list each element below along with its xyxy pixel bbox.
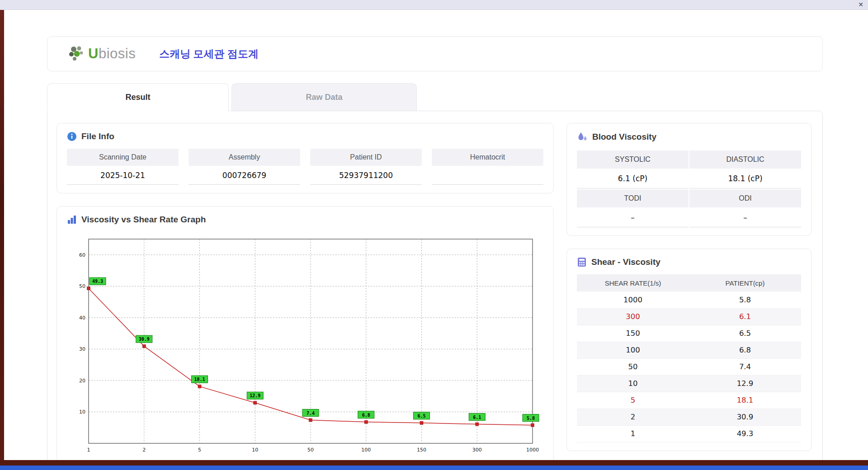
- chart-area: 1020304050601251050100150300100049.330.9…: [70, 232, 543, 462]
- field-assembly: Assembly 000726679: [189, 149, 300, 185]
- bv-label-systolic: SYSTOLIC: [577, 150, 689, 169]
- bv-label-todi: TODI: [577, 189, 689, 207]
- field-hematocrit: Hematocrit: [432, 149, 543, 185]
- table-row: 1012.9: [577, 375, 801, 392]
- calculator-icon: [577, 257, 587, 267]
- table-row: 230.9: [577, 409, 801, 425]
- field-value: 52937911200: [310, 166, 422, 185]
- tab-bar: Result Raw Data: [47, 83, 823, 111]
- table-row: 10005.8: [577, 291, 801, 308]
- field-value: [432, 166, 543, 185]
- file-info-fields: Scanning Date 2025-10-21 Assembly 000726…: [67, 149, 543, 185]
- svg-text:1000: 1000: [526, 447, 539, 453]
- field-label: Patient ID: [310, 149, 422, 166]
- viscosity-graph-card: Viscosity vs Shear Rate Graph 1020304050…: [57, 206, 554, 470]
- info-icon: [67, 132, 77, 141]
- svg-text:6.1: 6.1: [473, 415, 481, 420]
- field-label: Hematocrit: [432, 149, 543, 166]
- svg-text:18.1: 18.1: [194, 377, 205, 382]
- right-column: Blood Viscosity SYSTOLIC DIASTOLIC 6.1 (…: [566, 123, 811, 470]
- bv-value-systolic: 6.1 (cP): [577, 169, 689, 188]
- left-column: File Info Scanning Date 2025-10-21 Assem…: [57, 123, 554, 470]
- cell-patient: 18.1: [689, 392, 801, 409]
- table-row: 1506.5: [577, 325, 801, 342]
- svg-text:100: 100: [361, 447, 371, 453]
- bv-label-diastolic: DIASTOLIC: [689, 150, 801, 169]
- table-row: 1006.8: [577, 342, 801, 358]
- cell-shear-rate: 5: [577, 392, 689, 409]
- svg-text:6.8: 6.8: [362, 413, 370, 418]
- cell-shear-rate: 50: [577, 358, 689, 375]
- field-value: 2025-10-21: [67, 166, 179, 185]
- svg-text:2: 2: [142, 447, 146, 453]
- cell-shear-rate: 100: [577, 342, 689, 358]
- cell-patient: 12.9: [689, 375, 801, 392]
- cell-shear-rate: 1: [577, 425, 689, 442]
- cell-patient: 5.8: [689, 291, 801, 308]
- result-panel: File Info Scanning Date 2025-10-21 Assem…: [47, 111, 823, 470]
- file-info-card: File Info Scanning Date 2025-10-21 Assem…: [57, 123, 554, 193]
- viscosity-chart: 1020304050601251050100150300100049.330.9…: [70, 232, 540, 460]
- bv-value-diastolic: 18.1 (cP): [689, 169, 801, 188]
- graph-title: Viscosity vs Shear Rate Graph: [81, 215, 206, 225]
- blood-drops-icon: [577, 132, 588, 142]
- shear-viscosity-card: Shear - Viscosity SHEAR RATE(1/s) PATIEN…: [566, 249, 811, 451]
- table-header-row: SHEAR RATE(1/s) PATIENT(cp): [577, 274, 801, 291]
- cell-patient: 6.5: [689, 325, 801, 342]
- svg-text:20: 20: [79, 378, 85, 384]
- tab-result[interactable]: Result: [47, 83, 229, 111]
- logo-text: Ubiosis: [88, 46, 136, 62]
- tab-raw-data[interactable]: Raw Data: [231, 83, 417, 111]
- bv-label-odi: ODI: [689, 189, 801, 207]
- svg-text:6.5: 6.5: [417, 414, 425, 418]
- svg-text:49.3: 49.3: [92, 279, 103, 284]
- cell-patient: 49.3: [689, 425, 801, 442]
- svg-text:7.4: 7.4: [307, 411, 315, 416]
- field-label: Scanning Date: [67, 149, 179, 166]
- close-icon[interactable]: ✕: [858, 1, 863, 8]
- table-row: 149.3: [577, 425, 801, 442]
- field-scanning-date: Scanning Date 2025-10-21: [67, 149, 179, 185]
- col-header-shear-rate: SHEAR RATE(1/s): [577, 274, 689, 291]
- svg-text:5.8: 5.8: [527, 416, 535, 421]
- svg-text:30.9: 30.9: [139, 337, 150, 342]
- cell-patient: 6.1: [689, 308, 801, 325]
- svg-text:60: 60: [79, 252, 85, 258]
- cell-shear-rate: 2: [577, 409, 689, 425]
- svg-text:50: 50: [79, 283, 85, 289]
- titlebar: ✕: [0, 0, 868, 10]
- svg-text:10: 10: [252, 447, 258, 453]
- cell-shear-rate: 1000: [577, 291, 689, 308]
- blood-viscosity-title: Blood Viscosity: [592, 132, 656, 142]
- app-logo: Ubiosis: [67, 44, 136, 64]
- cell-patient: 7.4: [689, 358, 801, 375]
- bv-value-odi: –: [689, 207, 801, 227]
- bv-value-todi: –: [577, 207, 689, 227]
- cell-shear-rate: 10: [577, 375, 689, 392]
- field-label: Assembly: [189, 149, 300, 166]
- svg-text:12.9: 12.9: [250, 393, 260, 398]
- shear-viscosity-title: Shear - Viscosity: [591, 257, 660, 267]
- logo-mark-icon: [67, 44, 85, 64]
- svg-text:50: 50: [307, 447, 314, 453]
- svg-text:150: 150: [417, 447, 426, 453]
- table-row: 507.4: [577, 358, 801, 375]
- shear-viscosity-table: SHEAR RATE(1/s) PATIENT(cp) 10005.8 3006…: [577, 274, 801, 442]
- svg-text:5: 5: [198, 447, 201, 453]
- svg-text:30: 30: [79, 346, 85, 352]
- app-window: Ubiosis 스캐닝 모세관 점도계 Result Raw Data File…: [47, 36, 823, 470]
- header-card: Ubiosis 스캐닝 모세관 점도계: [47, 36, 823, 71]
- file-info-title: File Info: [81, 132, 114, 141]
- svg-text:10: 10: [79, 409, 85, 415]
- field-patient-id: Patient ID 52937911200: [310, 149, 422, 185]
- taskbar-edge-decoration: [0, 465, 868, 470]
- svg-text:40: 40: [79, 315, 85, 321]
- blood-viscosity-grid: SYSTOLIC DIASTOLIC 6.1 (cP) 18.1 (cP) TO…: [577, 150, 801, 227]
- cell-patient: 30.9: [689, 409, 801, 425]
- col-header-patient: PATIENT(cp): [689, 274, 801, 291]
- page-title: 스캐닝 모세관 점도계: [159, 47, 259, 61]
- svg-text:300: 300: [472, 447, 482, 453]
- svg-text:1: 1: [87, 447, 90, 453]
- cell-shear-rate: 300: [577, 308, 689, 325]
- bar-chart-icon: [67, 215, 77, 225]
